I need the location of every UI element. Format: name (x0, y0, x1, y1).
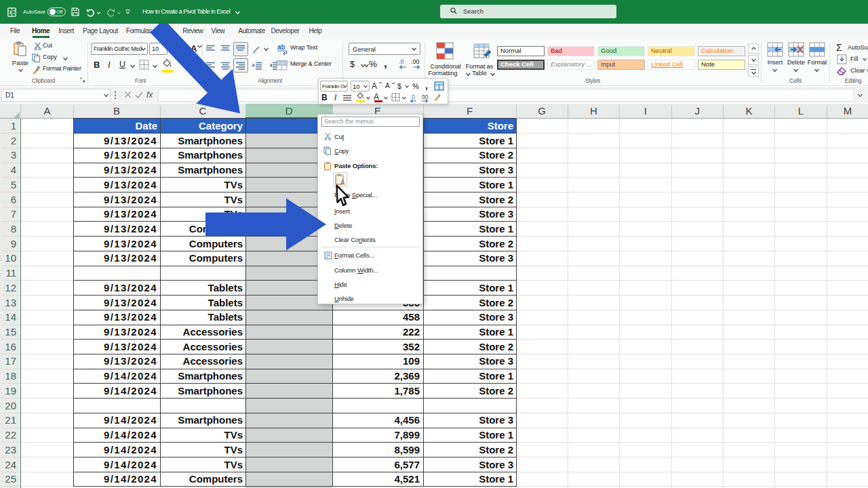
svg-text:X: X (9, 9, 13, 14)
